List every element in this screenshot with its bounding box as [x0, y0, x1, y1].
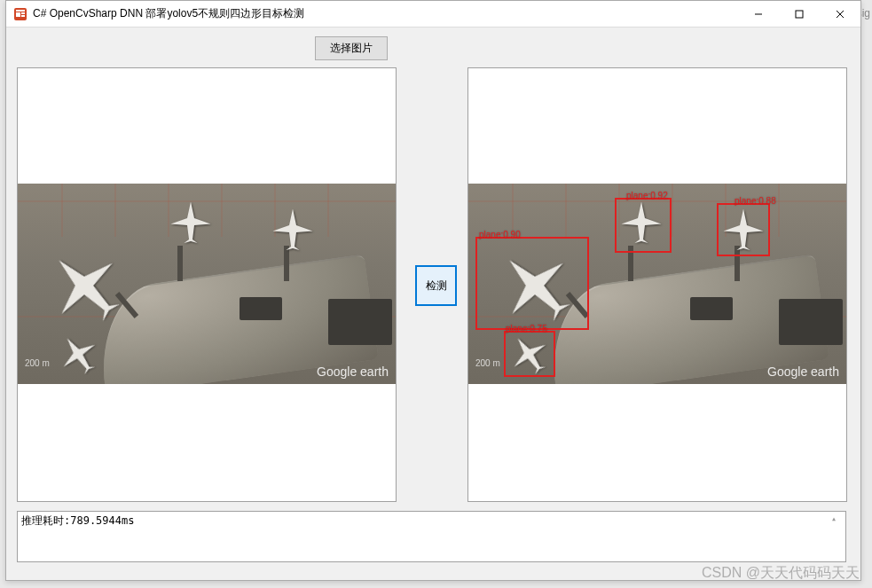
close-button[interactable]: [820, 1, 860, 27]
status-textbox[interactable]: 推理耗时:789.5944ms ▴: [17, 511, 846, 562]
app-window: C# OpenCvSharp DNN 部署yolov5不规则四边形目标检测 选择…: [5, 0, 861, 581]
detect-button[interactable]: 检测: [415, 265, 457, 306]
status-text: 推理耗时:789.5944ms: [21, 514, 134, 527]
google-earth-logo: Google earth: [767, 365, 839, 379]
source-image-panel: 200 m Google earth: [17, 67, 397, 502]
result-image: plane:0.90plane:0.92plane:0.88plane:0.75…: [468, 184, 847, 384]
google-earth-logo: Google earth: [317, 365, 389, 379]
scale-bar: 200 m: [475, 358, 500, 368]
scroll-up-icon[interactable]: ▴: [831, 514, 844, 523]
svg-rect-3: [21, 12, 25, 14]
result-image-panel: plane:0.90plane:0.92plane:0.88plane:0.75…: [467, 67, 847, 502]
choose-image-button[interactable]: 选择图片: [315, 36, 388, 60]
svg-rect-6: [796, 11, 803, 18]
client-area: 选择图片: [6, 27, 860, 580]
detection-label: plane:0.88: [735, 196, 776, 206]
window-title: C# OpenCvSharp DNN 部署yolov5不规则四边形目标检测: [33, 6, 738, 21]
svg-rect-4: [21, 15, 25, 17]
svg-rect-1: [16, 10, 25, 12]
svg-rect-2: [16, 12, 20, 17]
titlebar: C# OpenCvSharp DNN 部署yolov5不规则四边形目标检测: [6, 1, 860, 27]
detection-label: plane:0.90: [479, 230, 521, 239]
maximize-button[interactable]: [779, 1, 820, 27]
plane-shape: [619, 200, 664, 244]
plane-shape: [271, 207, 315, 251]
detection-label: plane:0.92: [626, 191, 668, 200]
source-image: 200 m Google earth: [18, 184, 397, 384]
plane-shape: [169, 200, 213, 244]
detection-label: plane:0.75: [506, 324, 547, 333]
app-icon: [13, 7, 27, 21]
scale-bar: 200 m: [25, 358, 50, 368]
plane-shape: [721, 207, 766, 251]
minimize-button[interactable]: [738, 1, 779, 27]
